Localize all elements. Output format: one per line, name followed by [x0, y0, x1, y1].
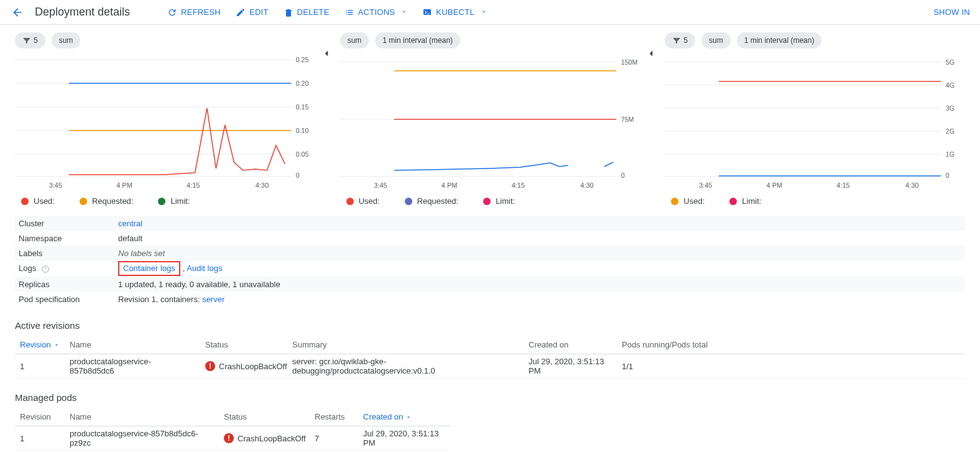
- th-name[interactable]: Name: [65, 338, 200, 352]
- page-title: Deployment details: [35, 6, 130, 19]
- details-key: Logs ?: [19, 264, 118, 273]
- kubectl-label: KUBECTL: [436, 7, 474, 17]
- details-value: Revision 1, containers: server: [118, 295, 961, 304]
- details-key: Labels: [19, 249, 118, 258]
- chart-legend: Used: Requested: Limit:: [15, 189, 315, 206]
- kubectl-button[interactable]: KUBECTL: [415, 1, 494, 24]
- th-created[interactable]: Created on: [524, 338, 617, 352]
- td-created: Jul 29, 2020, 3:51:13 PM: [524, 354, 617, 378]
- legend-dot-limit: [729, 198, 737, 205]
- svg-text:3G: 3G: [946, 104, 955, 112]
- chart-panel-memory: sum 1 min interval (mean) 150M 75M 0: [340, 32, 640, 206]
- charts-row: 5 sum 0.25 0.20 0.15 0.10 0.05 0: [0, 25, 980, 211]
- svg-text:0.10: 0.10: [296, 127, 309, 134]
- td-created: Jul 29, 2020, 3:51:13 PM: [358, 426, 450, 450]
- show-in-button[interactable]: SHOW IN: [926, 1, 970, 24]
- top-toolbar: Deployment details REFRESH EDIT DELETE A…: [0, 0, 980, 25]
- aggregation-chip[interactable]: sum: [340, 32, 369, 48]
- chart-cpu[interactable]: 0.25 0.20 0.15 0.10 0.05 0: [15, 53, 315, 178]
- th-status[interactable]: Status: [219, 410, 310, 424]
- th-restarts[interactable]: Restarts: [310, 410, 358, 424]
- svg-text:0: 0: [946, 172, 950, 178]
- filter-chip[interactable]: 5: [665, 32, 695, 48]
- td-revision: 1: [15, 431, 65, 446]
- th-status[interactable]: Status: [200, 338, 287, 352]
- container-logs-link[interactable]: Container logs: [123, 264, 175, 273]
- details-row-replicas: Replicas 1 updated, 1 ready, 0 available…: [15, 277, 965, 292]
- svg-text:75M: 75M: [621, 116, 634, 123]
- back-button[interactable]: [10, 5, 25, 20]
- container-logs-highlight: Container logs: [118, 261, 180, 276]
- legend-dot-used: [21, 198, 29, 205]
- details-key: Pod specification: [19, 295, 118, 304]
- section-title-revisions: Active revisions: [15, 320, 965, 331]
- legend-dot-used: [346, 198, 354, 205]
- details-row-labels: Labels No labels set: [15, 246, 965, 260]
- td-restarts: 7: [310, 431, 358, 446]
- table-row[interactable]: 1 productcatalogservice-857b8d5dc6-pz9zc…: [15, 426, 450, 451]
- section-title-pods: Managed pods: [15, 392, 965, 403]
- edit-button[interactable]: EDIT: [228, 1, 276, 24]
- sort-created[interactable]: Created on: [363, 412, 412, 421]
- svg-text:4G: 4G: [946, 81, 955, 89]
- podspec-server-link[interactable]: server: [202, 295, 224, 304]
- sort-revision[interactable]: Revision: [20, 340, 60, 349]
- th-name[interactable]: Name: [65, 410, 219, 424]
- chart-prev-button[interactable]: [319, 46, 334, 61]
- th-revision[interactable]: Revision: [15, 410, 65, 424]
- th-pods[interactable]: Pods running/Pods total: [617, 338, 965, 352]
- delete-button[interactable]: DELETE: [276, 1, 337, 24]
- interval-chip[interactable]: 1 min interval (mean): [375, 32, 460, 48]
- aggregation-chip[interactable]: sum: [701, 32, 731, 48]
- edit-label: EDIT: [249, 7, 269, 17]
- legend-dot-used: [671, 198, 678, 205]
- th-summary[interactable]: Summary: [287, 338, 524, 352]
- details-row-logs: Logs ? Container logs, Audit logs: [15, 260, 965, 277]
- chart-panel-cpu: 5 sum 0.25 0.20 0.15 0.10 0.05 0: [15, 32, 315, 206]
- details-value: Container logs, Audit logs: [118, 261, 961, 276]
- filter-chip[interactable]: 5: [15, 32, 45, 48]
- aggregation-chip[interactable]: sum: [52, 32, 81, 48]
- svg-text:0.20: 0.20: [296, 80, 309, 87]
- actions-button[interactable]: ACTIONS: [337, 1, 415, 24]
- show-in-label: SHOW IN: [933, 7, 970, 17]
- svg-text:0.25: 0.25: [296, 56, 309, 63]
- svg-text:2G: 2G: [946, 127, 955, 135]
- audit-logs-link[interactable]: Audit logs: [187, 264, 222, 273]
- details-key: Cluster: [19, 219, 118, 228]
- td-name: productcatalogservice-857b8d5dc6-pz9zc: [65, 426, 219, 450]
- details-key: Namespace: [19, 234, 118, 243]
- chart-prev-button[interactable]: [644, 46, 659, 61]
- delete-label: DELETE: [297, 7, 330, 17]
- error-icon: !: [205, 361, 215, 371]
- cluster-link[interactable]: central: [118, 219, 142, 228]
- chart-panel-disk: 5 sum 1 min interval (mean) 5G 4G 3G 2G …: [665, 32, 965, 206]
- status-cell: !CrashLoopBackOff: [224, 433, 306, 443]
- svg-text:?: ?: [44, 267, 47, 271]
- details-value: 1 updated, 1 ready, 0 available, 1 unava…: [118, 280, 961, 289]
- svg-text:0: 0: [621, 172, 624, 178]
- status-cell: !CrashLoopBackOff: [205, 361, 287, 371]
- svg-text:0: 0: [296, 172, 300, 178]
- table-header: Revision Name Status Restarts Created on: [15, 408, 450, 426]
- refresh-button[interactable]: REFRESH: [160, 1, 228, 24]
- caret-down-icon: [481, 7, 487, 17]
- chart-memory[interactable]: 150M 75M 0: [340, 53, 640, 178]
- caret-down-icon: [401, 7, 407, 17]
- interval-chip[interactable]: 1 min interval (mean): [737, 32, 822, 48]
- revisions-table: Revision Name Status Summary Created on …: [15, 336, 965, 379]
- td-name: productcatalogservice-857b8d5dc6: [65, 354, 200, 378]
- chart-legend: Used: Requested: Limit:: [340, 189, 640, 206]
- details-row-podspec: Pod specification Revision 1, containers…: [15, 292, 965, 306]
- x-axis: 3:454 PM4:154:30: [665, 178, 965, 189]
- details-key: Replicas: [19, 280, 118, 289]
- svg-text:5G: 5G: [946, 58, 955, 66]
- chart-disk[interactable]: 5G 4G 3G 2G 1G 0: [665, 53, 965, 178]
- x-axis: 3:454 PM4:154:30: [340, 178, 640, 189]
- table-row[interactable]: 1 productcatalogservice-857b8d5dc6 !Cras…: [15, 354, 965, 379]
- help-icon[interactable]: ?: [41, 265, 50, 273]
- pods-table: Revision Name Status Restarts Created on…: [15, 408, 450, 451]
- filter-count: 5: [34, 36, 38, 45]
- details-table: Cluster central Namespace default Labels…: [15, 216, 965, 306]
- filter-count: 5: [683, 36, 688, 45]
